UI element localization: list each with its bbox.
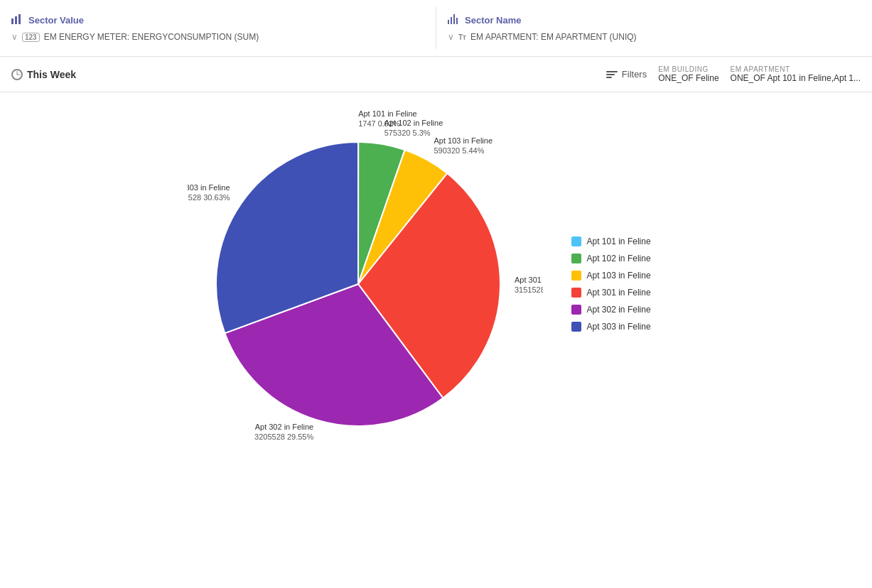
chart-legend: Apt 101 in FelineApt 102 in FelineApt 10… [571, 236, 685, 332]
filter-icon [606, 71, 618, 78]
legend-item-label: Apt 301 in Feline [587, 288, 651, 298]
legend-item-label: Apt 102 in Feline [587, 254, 651, 263]
em-building-filter[interactable]: EM BUILDING ONE_OF Feline [658, 65, 718, 83]
svg-text:3205528 29.55%: 3205528 29.55% [254, 432, 313, 441]
time-label[interactable]: This Week [11, 69, 76, 80]
svg-rect-1 [15, 16, 17, 24]
svg-text:Apt 302 in Feline: Apt 302 in Feline [254, 423, 313, 431]
svg-text:590320 5.44%: 590320 5.44% [434, 146, 484, 155]
filter-bar: This Week Filters EM BUILDING ONE_OF Fel… [0, 57, 872, 92]
svg-rect-2 [18, 14, 21, 24]
expand-icon-2[interactable]: ∨ [448, 32, 454, 42]
sector-value-title: Sector Value [11, 14, 424, 26]
legend-item: Apt 103 in Feline [571, 271, 685, 281]
value-badge: 123 [22, 33, 40, 42]
sector-name-title: Sector Name [448, 14, 861, 26]
legend-color-box [571, 305, 581, 315]
legend-item: Apt 303 in Feline [571, 322, 685, 332]
svg-text:Apt 303 in Feline: Apt 303 in Feline [188, 183, 230, 192]
sector-value-card: Sector Value ∨ 123 EM ENERGY METER: ENER… [0, 7, 436, 49]
svg-text:Apt 102 in Feline: Apt 102 in Feline [384, 119, 443, 127]
svg-text:Apt 101 in Feline: Apt 101 in Feline [358, 109, 417, 118]
svg-rect-0 [11, 18, 14, 24]
legend-item-label: Apt 303 in Feline [587, 322, 651, 332]
svg-text:Apt 301 in Feline: Apt 301 in Feline [514, 276, 542, 284]
sector-value-value: ∨ 123 EM ENERGY METER: ENERGYCONSUMPTION… [11, 32, 424, 42]
sector-name-card: Sector Name ∨ Tт EM APARTMENT: EM APARTM… [436, 7, 872, 49]
legend-item: Apt 102 in Feline [571, 254, 685, 263]
clock-icon [11, 69, 23, 80]
svg-text:3151528 29.06%: 3151528 29.06% [514, 285, 542, 294]
em-apartment-filter[interactable]: EM APARTMENT ONE_OF Apt 101 in Feline,Ap… [731, 65, 861, 83]
legend-color-box [571, 322, 581, 332]
filters-label: Filters [606, 69, 647, 80]
legend-item: Apt 101 in Feline [571, 236, 685, 246]
sector-name-icon [448, 14, 459, 26]
legend-item-label: Apt 103 in Feline [587, 271, 651, 281]
legend-color-box [571, 288, 581, 298]
pie-chart: Apt 101 in Feline1747 0.02%Apt 102 in Fe… [188, 107, 543, 462]
svg-rect-5 [453, 14, 455, 24]
svg-text:575320 5.3%: 575320 5.3% [384, 129, 430, 137]
sector-name-value: ∨ Tт EM APARTMENT: EM APARTMENT (UNIQ) [448, 32, 861, 42]
legend-color-box [571, 254, 581, 263]
filters-section: Filters EM BUILDING ONE_OF Feline EM APA… [606, 65, 861, 83]
svg-rect-3 [448, 20, 449, 24]
svg-rect-6 [456, 18, 458, 24]
svg-rect-4 [451, 17, 452, 24]
legend-item: Apt 301 in Feline [571, 288, 685, 298]
name-badge: Tт [458, 33, 466, 41]
svg-text:3322528 30.63%: 3322528 30.63% [188, 193, 230, 202]
top-section: Sector Value ∨ 123 EM ENERGY METER: ENER… [0, 0, 872, 57]
legend-item-label: Apt 302 in Feline [587, 305, 651, 315]
svg-text:Apt 103 in Feline: Apt 103 in Feline [434, 136, 492, 145]
legend-item: Apt 302 in Feline [571, 305, 685, 315]
sector-value-icon [11, 14, 23, 26]
legend-color-box [571, 236, 581, 246]
legend-color-box [571, 271, 581, 281]
chart-area: Apt 101 in Feline1747 0.02%Apt 102 in Fe… [0, 92, 872, 476]
expand-icon[interactable]: ∨ [11, 32, 18, 42]
legend-item-label: Apt 101 in Feline [587, 236, 651, 246]
